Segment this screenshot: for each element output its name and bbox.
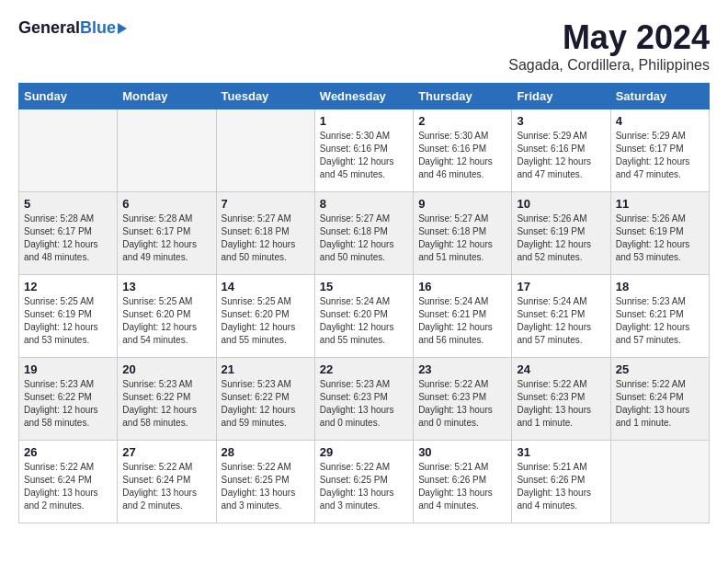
day-info: Sunrise: 5:22 AMSunset: 6:25 PMDaylight:… [320,461,408,512]
day-number: 3 [517,114,605,128]
day-number: 12 [24,280,112,293]
calendar-cell: 11Sunrise: 5:26 AMSunset: 6:19 PMDayligh… [610,192,709,275]
day-number: 13 [122,280,210,293]
day-info: Sunrise: 5:27 AMSunset: 6:18 PMDaylight:… [222,213,310,264]
day-info: Sunrise: 5:23 AMSunset: 6:23 PMDaylight:… [320,378,408,430]
calendar-cell: 14Sunrise: 5:25 AMSunset: 6:20 PMDayligh… [216,275,314,358]
day-number: 20 [122,362,210,376]
calendar-cell: 10Sunrise: 5:26 AMSunset: 6:19 PMDayligh… [512,192,610,275]
day-number: 4 [616,114,704,128]
day-number: 30 [418,445,506,459]
day-info: Sunrise: 5:26 AMSunset: 6:19 PMDaylight:… [616,213,704,264]
logo: General Blue [18,18,127,38]
day-number: 14 [222,280,310,293]
calendar-table: SundayMondayTuesdayWednesdayThursdayFrid… [18,83,710,523]
calendar-cell: 22Sunrise: 5:23 AMSunset: 6:23 PMDayligh… [314,358,413,441]
header-sunday: Sunday [19,84,118,109]
week-row-2: 5Sunrise: 5:28 AMSunset: 6:17 PMDaylight… [19,192,710,275]
calendar-cell: 18Sunrise: 5:23 AMSunset: 6:21 PMDayligh… [610,275,709,358]
calendar-cell: 28Sunrise: 5:22 AMSunset: 6:25 PMDayligh… [216,441,314,523]
calendar-cell: 23Sunrise: 5:22 AMSunset: 6:23 PMDayligh… [414,358,512,441]
day-number: 19 [24,362,112,376]
calendar-cell [610,441,709,523]
header-saturday: Saturday [610,84,709,109]
calendar-cell: 15Sunrise: 5:24 AMSunset: 6:20 PMDayligh… [314,275,413,358]
title-section: May 2024 Sagada, Cordillera, Philippines [508,18,710,74]
day-info: Sunrise: 5:21 AMSunset: 6:26 PMDaylight:… [418,461,506,512]
location-title: Sagada, Cordillera, Philippines [508,57,710,74]
day-number: 11 [616,197,704,211]
day-number: 6 [122,197,210,211]
day-number: 23 [418,362,506,376]
day-number: 25 [616,362,704,376]
calendar-cell: 19Sunrise: 5:23 AMSunset: 6:22 PMDayligh… [19,358,118,441]
calendar-cell: 26Sunrise: 5:22 AMSunset: 6:24 PMDayligh… [19,441,118,523]
day-number: 17 [517,280,605,293]
day-info: Sunrise: 5:23 AMSunset: 6:22 PMDaylight:… [222,378,310,430]
day-info: Sunrise: 5:27 AMSunset: 6:18 PMDaylight:… [320,213,408,264]
calendar-cell: 3Sunrise: 5:29 AMSunset: 6:16 PMDaylight… [512,109,610,192]
day-number: 16 [418,280,506,293]
day-info: Sunrise: 5:24 AMSunset: 6:21 PMDaylight:… [418,295,506,347]
calendar-cell: 1Sunrise: 5:30 AMSunset: 6:16 PMDaylight… [314,109,413,192]
calendar-cell: 9Sunrise: 5:27 AMSunset: 6:18 PMDaylight… [414,192,512,275]
day-number: 26 [24,445,112,459]
week-row-5: 26Sunrise: 5:22 AMSunset: 6:24 PMDayligh… [19,441,710,523]
calendar-cell: 8Sunrise: 5:27 AMSunset: 6:18 PMDaylight… [314,192,413,275]
logo-arrow-icon [118,23,127,34]
day-info: Sunrise: 5:27 AMSunset: 6:18 PMDaylight:… [418,213,506,264]
calendar-cell: 16Sunrise: 5:24 AMSunset: 6:21 PMDayligh… [414,275,512,358]
day-info: Sunrise: 5:22 AMSunset: 6:23 PMDaylight:… [517,378,605,430]
day-number: 21 [222,362,310,376]
calendar-cell: 25Sunrise: 5:22 AMSunset: 6:24 PMDayligh… [610,358,709,441]
calendar-cell: 7Sunrise: 5:27 AMSunset: 6:18 PMDaylight… [216,192,314,275]
day-number: 15 [320,280,408,293]
calendar-cell: 17Sunrise: 5:24 AMSunset: 6:21 PMDayligh… [512,275,610,358]
week-row-1: 1Sunrise: 5:30 AMSunset: 6:16 PMDaylight… [19,109,710,192]
day-info: Sunrise: 5:22 AMSunset: 6:23 PMDaylight:… [418,378,506,430]
day-info: Sunrise: 5:22 AMSunset: 6:25 PMDaylight:… [222,461,310,512]
day-number: 2 [418,114,506,128]
calendar-cell: 2Sunrise: 5:30 AMSunset: 6:16 PMDaylight… [414,109,512,192]
day-info: Sunrise: 5:24 AMSunset: 6:20 PMDaylight:… [320,295,408,347]
header-friday: Friday [512,84,610,109]
day-info: Sunrise: 5:25 AMSunset: 6:20 PMDaylight:… [122,295,210,347]
calendar-cell: 31Sunrise: 5:21 AMSunset: 6:26 PMDayligh… [512,441,610,523]
day-number: 5 [24,197,112,211]
day-info: Sunrise: 5:23 AMSunset: 6:21 PMDaylight:… [616,295,704,347]
day-info: Sunrise: 5:29 AMSunset: 6:17 PMDaylight:… [616,130,704,181]
day-info: Sunrise: 5:23 AMSunset: 6:22 PMDaylight:… [24,378,112,430]
day-number: 1 [320,114,408,128]
calendar-cell: 27Sunrise: 5:22 AMSunset: 6:24 PMDayligh… [118,441,216,523]
header-row: SundayMondayTuesdayWednesdayThursdayFrid… [19,84,710,109]
day-number: 28 [222,445,310,459]
calendar-cell: 20Sunrise: 5:23 AMSunset: 6:22 PMDayligh… [118,358,216,441]
calendar-cell: 21Sunrise: 5:23 AMSunset: 6:22 PMDayligh… [216,358,314,441]
calendar-cell: 13Sunrise: 5:25 AMSunset: 6:20 PMDayligh… [118,275,216,358]
day-number: 24 [517,362,605,376]
day-info: Sunrise: 5:29 AMSunset: 6:16 PMDaylight:… [517,130,605,181]
day-info: Sunrise: 5:30 AMSunset: 6:16 PMDaylight:… [320,130,408,181]
calendar-cell [19,109,118,192]
day-info: Sunrise: 5:30 AMSunset: 6:16 PMDaylight:… [418,130,506,181]
day-info: Sunrise: 5:28 AMSunset: 6:17 PMDaylight:… [122,213,210,264]
calendar-cell: 12Sunrise: 5:25 AMSunset: 6:19 PMDayligh… [19,275,118,358]
header-monday: Monday [118,84,216,109]
calendar-cell [118,109,216,192]
calendar-cell: 29Sunrise: 5:22 AMSunset: 6:25 PMDayligh… [314,441,413,523]
day-info: Sunrise: 5:22 AMSunset: 6:24 PMDaylight:… [24,461,112,512]
day-info: Sunrise: 5:25 AMSunset: 6:19 PMDaylight:… [24,295,112,347]
calendar-cell: 6Sunrise: 5:28 AMSunset: 6:17 PMDaylight… [118,192,216,275]
calendar-cell [216,109,314,192]
day-info: Sunrise: 5:28 AMSunset: 6:17 PMDaylight:… [24,213,112,264]
day-number: 27 [122,445,210,459]
day-info: Sunrise: 5:23 AMSunset: 6:22 PMDaylight:… [122,378,210,430]
month-title: May 2024 [508,18,710,57]
header-tuesday: Tuesday [216,84,314,109]
page-header: General Blue May 2024 Sagada, Cordillera… [18,18,710,74]
calendar-cell: 5Sunrise: 5:28 AMSunset: 6:17 PMDaylight… [19,192,118,275]
week-row-3: 12Sunrise: 5:25 AMSunset: 6:19 PMDayligh… [19,275,710,358]
logo-general-text: General [18,18,80,38]
day-number: 31 [517,445,605,459]
day-info: Sunrise: 5:25 AMSunset: 6:20 PMDaylight:… [222,295,310,347]
